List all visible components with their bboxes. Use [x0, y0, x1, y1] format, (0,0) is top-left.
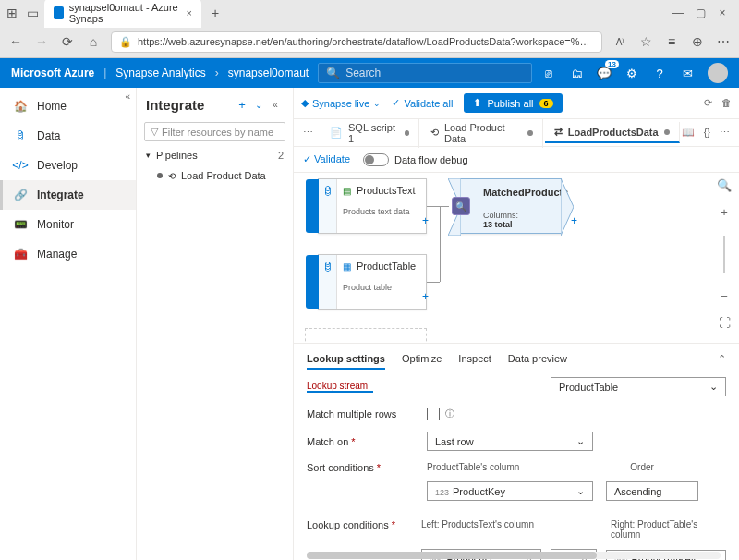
- filter-icon: ▽: [151, 126, 158, 138]
- user-avatar[interactable]: [708, 63, 728, 83]
- settings-panel: Lookup settings Optimize Inspect Data pr…: [294, 343, 739, 560]
- notifications-icon[interactable]: 💬: [597, 66, 612, 80]
- discard-icon[interactable]: 🗑: [721, 97, 732, 109]
- favorite-icon[interactable]: ☆: [637, 33, 654, 50]
- horizontal-scrollbar[interactable]: [307, 552, 721, 559]
- synapse-live-dropdown[interactable]: ◆ Synapse live ⌄: [301, 97, 381, 109]
- integrate-panel: Integrate + ⌄ « ▽ Filter resources by na…: [137, 88, 294, 560]
- dataflow-debug-toggle[interactable]: [363, 153, 389, 166]
- url-field[interactable]: 🔒 https://web.azuresynapse.net/en/author…: [111, 31, 602, 53]
- nav-collapse-icon[interactable]: «: [125, 91, 130, 102]
- canvas-tools: 🔍 + − ⛶ ⤢: [717, 178, 732, 343]
- add-resource-icon[interactable]: +: [234, 98, 250, 112]
- data-nav-icon: 🛢: [13, 128, 28, 143]
- browser-tab[interactable]: synapsel0omaut - Azure Synaps ×: [44, 0, 201, 28]
- minimize-icon[interactable]: —: [672, 7, 684, 18]
- chevron-down-icon: ⌄: [576, 435, 585, 447]
- tab-sql-script[interactable]: 📄 SQL script 1: [321, 118, 419, 148]
- refresh-workspace-icon[interactable]: ⟳: [704, 97, 712, 109]
- nav-manage[interactable]: 🧰 Manage: [0, 239, 136, 269]
- back-icon[interactable]: ←: [7, 33, 24, 50]
- nav-data[interactable]: 🛢 Data: [0, 121, 136, 151]
- tab-optimize[interactable]: Optimize: [402, 353, 442, 370]
- azure-header: Microsoft Azure | Synapse Analytics › sy…: [0, 58, 739, 88]
- tab-data-preview[interactable]: Data preview: [508, 353, 567, 370]
- tab-actions-icon[interactable]: ▭: [24, 5, 41, 21]
- chevron-down-icon: ⌄: [576, 485, 585, 497]
- settings-tabs: Lookup settings Optimize Inspect Data pr…: [307, 344, 726, 375]
- validate-all-button[interactable]: ✓ Validate all: [392, 97, 453, 109]
- lookup-stream-select[interactable]: ProductTable⌄: [551, 377, 726, 396]
- new-tab-button[interactable]: +: [205, 3, 225, 23]
- add-transform-icon[interactable]: +: [422, 290, 429, 303]
- nav-home[interactable]: 🏠 Home: [0, 91, 136, 121]
- nav-monitor[interactable]: 📟 Monitor: [0, 210, 136, 239]
- feedback-icon[interactable]: ✉: [680, 66, 695, 80]
- match-on-select[interactable]: Last row⌄: [427, 432, 593, 451]
- refresh-icon[interactable]: ⟳: [59, 33, 76, 50]
- maximize-icon[interactable]: ▢: [695, 7, 706, 18]
- order-select[interactable]: Ascending: [606, 481, 698, 501]
- search-canvas-icon[interactable]: 🔍: [717, 178, 732, 192]
- unsaved-dot-icon: [405, 130, 409, 136]
- source-icon: 🛢: [322, 261, 333, 274]
- node-matchedproducts[interactable]: 🔍 MatchedProducts Columns: 13 total +: [460, 178, 562, 234]
- close-window-icon[interactable]: ×: [717, 7, 728, 18]
- add-transform-icon[interactable]: +: [571, 214, 577, 227]
- product-label[interactable]: Synapse Analytics: [115, 67, 205, 79]
- expand-icon[interactable]: ⌄: [250, 100, 267, 110]
- source-icon: 🛢: [322, 185, 333, 198]
- code-view-icon[interactable]: {}: [704, 127, 710, 139]
- tab-load-product-data[interactable]: ⟲ Load Product Data: [421, 118, 543, 148]
- favorites-bar-icon[interactable]: ≡: [663, 33, 680, 50]
- brand-label[interactable]: Microsoft Azure: [11, 67, 94, 79]
- info-icon[interactable]: ⓘ: [445, 408, 454, 420]
- learn-icon[interactable]: 📖: [682, 127, 695, 139]
- validate-button[interactable]: ✓ Validate: [303, 153, 350, 165]
- workspace-label[interactable]: synapsel0omaut: [228, 67, 309, 79]
- tab-lookup-settings[interactable]: Lookup settings: [307, 353, 385, 370]
- azure-favicon-icon: [54, 6, 64, 19]
- table-icon: ▦: [343, 262, 351, 272]
- tabs-overflow-icon[interactable]: ⋯: [297, 127, 319, 139]
- add-transform-icon[interactable]: +: [422, 214, 429, 227]
- match-rows-checkbox[interactable]: [427, 408, 440, 420]
- node-productstext[interactable]: 🛢 ▤ProductsText Products text data +: [318, 178, 427, 234]
- document-tabs: ⋯ 📄 SQL script 1 ⟲ Load Product Data ⇄ L…: [294, 119, 739, 147]
- lookup-icon: 🔍: [452, 197, 470, 215]
- debug-label: Data flow debug: [394, 154, 468, 165]
- read-aloud-icon[interactable]: A⁾: [612, 33, 628, 50]
- fit-screen-icon[interactable]: ⛶: [719, 316, 731, 330]
- tab-loadproductsdata[interactable]: ⇄ LoadProductsData: [545, 122, 680, 143]
- global-search-input[interactable]: 🔍 Search: [318, 63, 532, 83]
- help-icon[interactable]: ?: [652, 66, 667, 80]
- node-producttable[interactable]: 🛢 ▦ProductTable Product table +: [318, 254, 427, 310]
- zoom-in-icon[interactable]: +: [721, 205, 728, 219]
- directory-icon[interactable]: 🗂: [569, 66, 584, 80]
- home-icon[interactable]: ⌂: [85, 33, 102, 50]
- cloud-shell-icon[interactable]: ⎚: [541, 66, 556, 80]
- workspaces-icon[interactable]: ⊞: [4, 5, 20, 21]
- chevron-right-icon: ›: [215, 67, 219, 79]
- publish-all-button[interactable]: ⬆ Publish all 6: [464, 93, 562, 113]
- more-tab-icon[interactable]: ⋯: [720, 127, 730, 139]
- add-source-placeholder[interactable]: [305, 328, 427, 343]
- close-tab-icon[interactable]: ×: [187, 7, 192, 18]
- settings-gear-icon[interactable]: ⚙: [624, 66, 639, 80]
- pipeline-item[interactable]: ⟲ Load Product Data: [137, 165, 293, 186]
- collections-icon[interactable]: ⊕: [689, 33, 706, 50]
- scroll-thumb[interactable]: [307, 552, 597, 559]
- menu-icon[interactable]: ⋯: [715, 33, 732, 50]
- panel-collapse-icon[interactable]: «: [267, 100, 284, 110]
- sort-column-select[interactable]: 123ProductKey ⌄: [427, 481, 593, 501]
- dataflow-canvas[interactable]: 🔍 + − ⛶ ⤢ 🛢 ▤ProductsText Products text …: [294, 173, 739, 343]
- nav-integrate[interactable]: 🔗 Integrate: [0, 180, 136, 210]
- pipelines-group[interactable]: ▾ Pipelines 2: [137, 145, 293, 165]
- collapse-panel-icon[interactable]: ⌃: [718, 353, 726, 365]
- tab-inspect[interactable]: Inspect: [458, 353, 491, 370]
- zoom-out-icon[interactable]: −: [721, 289, 728, 303]
- zoom-slider[interactable]: [723, 236, 725, 273]
- filter-input[interactable]: ▽ Filter resources by name: [144, 122, 285, 141]
- nav-develop[interactable]: </> Develop: [0, 151, 136, 180]
- pipeline-tab-icon: ⟲: [430, 127, 439, 139]
